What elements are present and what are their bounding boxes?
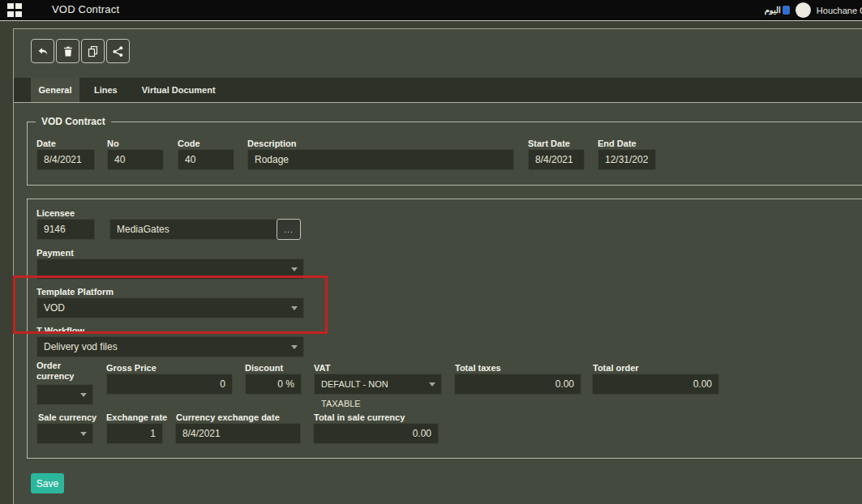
start-date-input[interactable]	[528, 149, 585, 170]
currency-exchange-date-input[interactable]	[175, 423, 301, 444]
chevron-down-icon	[429, 382, 435, 387]
template-platform-select[interactable]: VOD	[36, 297, 304, 318]
page-title: VOD Contract	[52, 3, 119, 15]
licensee-code-input[interactable]	[36, 219, 95, 240]
exchange-rate-input[interactable]	[106, 423, 163, 444]
date-label: Date	[36, 139, 56, 148]
end-date-input[interactable]	[598, 149, 656, 170]
exchange-rate-label: Exchange rate	[106, 412, 167, 422]
template-platform-label: Template Platform	[36, 287, 114, 297]
code-input[interactable]	[178, 149, 234, 170]
share-button[interactable]	[106, 39, 130, 63]
brand-logo-icon	[783, 6, 790, 15]
chevron-down-icon	[291, 345, 298, 349]
date-input[interactable]	[36, 149, 95, 170]
order-currency-select[interactable]	[36, 384, 93, 405]
t-workflow-select-value: Delivery vod files	[44, 341, 118, 352]
licensee-label: Licensee	[36, 208, 75, 218]
user-name[interactable]: Houchane C	[817, 6, 862, 15]
total-in-sale-currency-input[interactable]	[313, 423, 439, 444]
t-workflow-label: T-Workflow	[36, 326, 84, 335]
order-currency-label: Order currency	[36, 361, 87, 382]
end-date-label: End Date	[598, 139, 637, 148]
gross-price-label: Gross Price	[106, 363, 157, 373]
app-launcher-grid-icon[interactable]	[7, 3, 22, 17]
topbar-right: اليوم Houchane C	[765, 0, 862, 20]
tab-general[interactable]: General	[31, 78, 79, 102]
gross-price-input[interactable]	[106, 374, 233, 395]
delete-button[interactable]	[56, 39, 79, 63]
currency-exchange-date-label: Currency exchange date	[176, 412, 280, 422]
licensee-browse-button[interactable]: ...	[277, 219, 301, 240]
description-label: Description	[247, 139, 297, 148]
chevron-down-icon	[80, 393, 87, 397]
sale-currency-label: Sale currency	[38, 412, 96, 422]
total-taxes-input[interactable]	[454, 374, 581, 395]
template-platform-select-value: VOD	[44, 302, 65, 314]
licensee-name-input[interactable]	[109, 219, 280, 240]
trash-icon	[62, 45, 74, 58]
code-label: Code	[178, 139, 200, 148]
vat-select[interactable]: DEFAULT - NON TAXABLE	[314, 374, 442, 395]
start-date-label: Start Date	[528, 139, 570, 148]
brand-logo: اليوم	[765, 6, 790, 15]
discount-label: Discount	[245, 363, 283, 373]
copy-icon	[87, 45, 99, 58]
no-label: No	[107, 139, 119, 148]
record-toolbar	[31, 39, 130, 63]
copy-button[interactable]	[81, 39, 105, 63]
topbar: VOD Contract اليوم Houchane C	[0, 0, 862, 21]
no-input[interactable]	[107, 149, 164, 170]
payment-label: Payment	[36, 248, 74, 258]
vat-label: VAT	[314, 363, 330, 373]
payment-select[interactable]	[36, 258, 304, 280]
t-workflow-select[interactable]: Delivery vod files	[36, 336, 304, 357]
total-order-label: Total order	[593, 363, 639, 373]
total-taxes-label: Total taxes	[455, 363, 501, 373]
vod-contract-legend: VOD Contract	[36, 116, 111, 127]
total-order-input[interactable]	[592, 374, 719, 395]
tab-virtual-document[interactable]: Virtual Document	[139, 78, 218, 102]
tab-lines[interactable]: Lines	[92, 78, 120, 102]
chevron-down-icon	[291, 306, 298, 310]
sale-currency-select[interactable]	[36, 423, 93, 444]
total-in-sale-currency-label: Total in sale currency	[314, 412, 405, 422]
tab-bar: General Lines Virtual Document	[14, 78, 862, 103]
description-input[interactable]	[247, 149, 514, 170]
chevron-down-icon	[291, 267, 298, 271]
brand-logo-text: اليوم	[765, 6, 781, 15]
save-button[interactable]: Save	[31, 473, 64, 493]
user-avatar[interactable]	[796, 2, 811, 18]
chevron-down-icon	[80, 432, 87, 436]
undo-button[interactable]	[31, 39, 54, 63]
share-icon	[112, 45, 124, 58]
undo-icon	[36, 45, 49, 58]
discount-input[interactable]	[245, 374, 302, 395]
